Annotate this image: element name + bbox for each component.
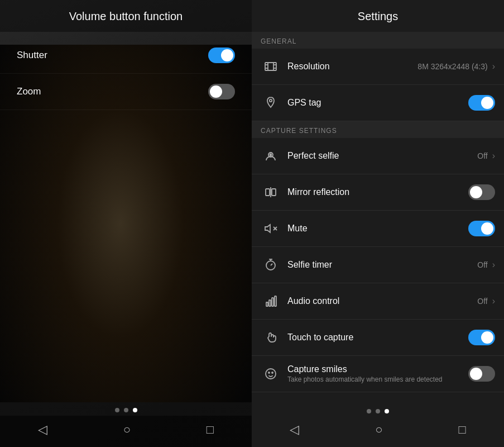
mirror-label: Mirror reflection [287, 187, 468, 197]
smile-icon [261, 364, 281, 384]
left-panel-title: Volume button function [0, 0, 252, 32]
perfect-selfie-right: Off › [477, 151, 495, 161]
timer-icon [261, 255, 281, 275]
shutter-option-row[interactable]: Shutter [0, 37, 252, 74]
svg-rect-12 [272, 189, 276, 196]
touch-capture-label: Touch to capture [287, 332, 468, 343]
selfie-timer-right: Off › [477, 260, 495, 270]
right-dot-2 [376, 409, 380, 413]
shutter-toggle[interactable] [208, 47, 235, 63]
right-dot-1 [367, 409, 371, 413]
audio-icon [261, 291, 281, 311]
gps-icon [261, 93, 281, 113]
resolution-label: Resolution [287, 61, 417, 72]
resolution-chevron: › [492, 61, 495, 72]
right-home-icon[interactable]: ○ [375, 422, 382, 437]
left-navigation-bar: ◁ ○ □ [0, 416, 252, 447]
left-options-list: Shutter Zoom [0, 32, 252, 402]
gps-toggle-knob [481, 97, 493, 109]
mirror-toggle-knob [470, 186, 482, 198]
capture-smiles-label: Capture smiles [287, 364, 468, 374]
right-page-dots [252, 405, 504, 416]
gps-row[interactable]: GPS tag [252, 85, 504, 121]
selfie-timer-value: Off [477, 260, 487, 269]
svg-point-7 [270, 99, 272, 102]
right-navigation-bar: ◁ ○ □ [252, 416, 504, 447]
selfie-timer-row[interactable]: Selfie timer Off › [252, 247, 504, 283]
svg-rect-11 [266, 189, 270, 196]
right-back-icon[interactable]: ◁ [290, 422, 299, 437]
svg-point-22 [266, 369, 276, 379]
zoom-label: Zoom [17, 86, 41, 97]
resolution-value: 8M 3264x2448 (4:3) [417, 62, 487, 71]
mute-label: Mute [287, 224, 468, 234]
touch-capture-toggle[interactable] [468, 330, 495, 345]
capture-smiles-row[interactable]: Capture smiles Take photos automatically… [252, 356, 504, 392]
back-icon[interactable]: ◁ [38, 422, 47, 437]
audio-control-row[interactable]: Audio control Off › [252, 283, 504, 320]
home-icon[interactable]: ○ [123, 422, 131, 437]
selfie-timer-label: Selfie timer [287, 260, 477, 270]
capture-smiles-sublabel: Take photos automatically when smiles ar… [287, 375, 468, 383]
svg-rect-21 [275, 296, 276, 306]
volume-icon [261, 400, 281, 405]
zoom-toggle-knob [210, 85, 222, 98]
zoom-toggle[interactable] [208, 84, 235, 99]
dot-1 [115, 408, 119, 412]
touch-capture-row[interactable]: Touch to capture [252, 320, 504, 356]
svg-point-9 [270, 154, 272, 156]
mute-toggle[interactable] [468, 221, 495, 236]
svg-rect-18 [266, 302, 268, 306]
general-section-header: GENERAL [252, 32, 504, 49]
settings-title: Settings [252, 0, 504, 32]
gps-toggle[interactable] [468, 95, 495, 111]
svg-point-23 [268, 372, 270, 373]
capture-smiles-label-wrap: Capture smiles Take photos automatically… [287, 364, 468, 383]
mirror-icon [261, 182, 281, 202]
left-content: Volume button function Shutter Zoom ◁ ○ [0, 0, 252, 447]
selfie-icon [261, 146, 281, 166]
selfie-timer-chevron: › [492, 260, 495, 270]
perfect-selfie-row[interactable]: Perfect selfie Off › [252, 138, 504, 174]
perfect-selfie-value: Off [477, 151, 487, 160]
svg-point-24 [272, 372, 273, 373]
film-icon [261, 56, 281, 77]
right-recents-icon[interactable]: □ [459, 422, 466, 437]
mirror-row[interactable]: Mirror reflection [252, 174, 504, 211]
svg-rect-20 [272, 298, 273, 306]
shutter-toggle-knob [221, 49, 233, 61]
resolution-right: 8M 3264x2448 (4:3) › [417, 61, 495, 72]
mute-row[interactable]: Mute [252, 211, 504, 247]
audio-control-right: Off › [477, 296, 495, 306]
capture-smiles-toggle[interactable] [468, 366, 495, 382]
capture-section-header: CAPTURE SETTINGS [252, 121, 504, 138]
audio-control-label: Audio control [287, 296, 477, 306]
settings-list: GENERAL Resolution 8M 3264x2448 (4:3) › [252, 32, 504, 405]
touch-capture-toggle-knob [481, 331, 493, 344]
dot-2 [124, 408, 128, 412]
dot-3 [133, 408, 137, 412]
shutter-label: Shutter [17, 50, 47, 61]
gps-label: GPS tag [287, 98, 468, 108]
right-panel: Settings GENERAL Resolution 8M 3264x2448… [252, 0, 504, 447]
svg-rect-19 [269, 300, 271, 306]
left-page-dots [0, 402, 252, 416]
mirror-toggle[interactable] [468, 184, 495, 200]
touch-icon [261, 327, 281, 348]
audio-control-chevron: › [492, 296, 495, 306]
recents-icon[interactable]: □ [207, 422, 214, 437]
mute-icon [261, 218, 281, 239]
zoom-option-row[interactable]: Zoom [0, 74, 252, 110]
left-panel: Volume button function Shutter Zoom ◁ ○ [0, 0, 252, 447]
perfect-selfie-chevron: › [492, 151, 495, 161]
resolution-row[interactable]: Resolution 8M 3264x2448 (4:3) › [252, 49, 504, 85]
mute-toggle-knob [481, 222, 493, 235]
perfect-selfie-label: Perfect selfie [287, 151, 477, 161]
audio-control-value: Off [477, 297, 487, 306]
svg-marker-13 [265, 225, 270, 232]
capture-smiles-toggle-knob [470, 368, 482, 380]
right-dot-3 [385, 409, 389, 413]
svg-rect-0 [265, 63, 276, 70]
volume-button-row[interactable]: Volume button function Shutter › [252, 392, 504, 405]
